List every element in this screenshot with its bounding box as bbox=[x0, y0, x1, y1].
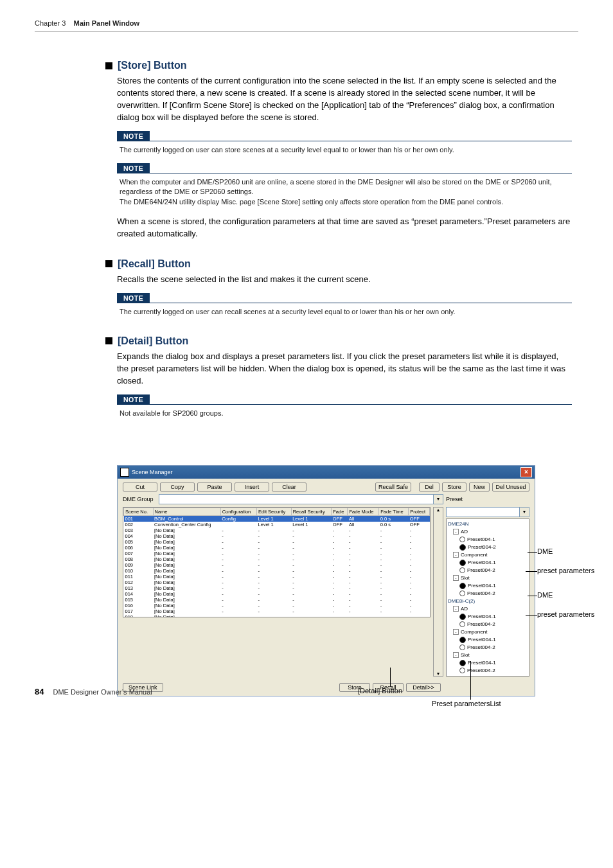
cell: - bbox=[348, 533, 379, 539]
paste-button[interactable]: Paste bbox=[197, 483, 232, 492]
detail-button-bottom[interactable]: Detail>> bbox=[406, 683, 441, 692]
cell: [No Data] bbox=[153, 556, 220, 562]
table-row[interactable]: 009[No Data]------- bbox=[124, 562, 430, 568]
col-fade-time[interactable]: Fade Time bbox=[379, 508, 409, 515]
cell: - bbox=[332, 608, 348, 614]
col-protect[interactable]: Protect bbox=[409, 508, 430, 515]
table-row[interactable]: 008[No Data]------- bbox=[124, 556, 430, 562]
cell: - bbox=[220, 551, 256, 556]
recall-note: NOTE The currently logged on user can re… bbox=[117, 293, 572, 317]
minus-box-icon[interactable]: - bbox=[453, 652, 459, 658]
table-row[interactable]: 010[No Data]------- bbox=[124, 568, 430, 574]
table-row[interactable]: 007[No Data]------- bbox=[124, 551, 430, 556]
radio-empty-icon[interactable] bbox=[459, 590, 465, 596]
col-recall-sec[interactable]: Recall Security bbox=[291, 508, 332, 515]
cell: OFF bbox=[409, 515, 430, 522]
tree-preset: Preset004-2 bbox=[448, 567, 528, 574]
table-scrollbar[interactable]: ▲ ▼ bbox=[433, 507, 443, 677]
table-row[interactable]: 011[No Data]------- bbox=[124, 574, 430, 580]
table-row[interactable]: 015[No Data]------- bbox=[124, 597, 430, 603]
store-button-tb[interactable]: Store bbox=[442, 483, 466, 492]
minus-box-icon[interactable]: - bbox=[453, 529, 459, 535]
note-divider bbox=[150, 140, 572, 141]
table-row[interactable]: 003[No Data]------- bbox=[124, 527, 430, 533]
table-row[interactable]: 014[No Data]------- bbox=[124, 591, 430, 597]
cell: - bbox=[379, 580, 409, 585]
radio-empty-icon[interactable] bbox=[459, 644, 465, 650]
table-row[interactable]: 013[No Data]------- bbox=[124, 585, 430, 591]
table-row[interactable]: 001BGM_ControlConfigLevel 1Level 1OFFAll… bbox=[124, 515, 430, 522]
col-fade-mode[interactable]: Fade Mode bbox=[348, 508, 379, 515]
radio-empty-icon[interactable] bbox=[459, 567, 465, 573]
copy-button[interactable]: Copy bbox=[160, 483, 195, 492]
scene-manager-figure: [Del] Button [Store] Button [New] Button… bbox=[117, 465, 567, 696]
store-heading-row: [Store] Button bbox=[105, 60, 572, 71]
del-button-tb[interactable]: Del bbox=[419, 483, 440, 492]
recall-safe-button[interactable]: Recall Safe bbox=[375, 483, 411, 492]
cut-button[interactable]: Cut bbox=[123, 483, 157, 492]
cell: - bbox=[220, 585, 256, 591]
table-row[interactable]: 017[No Data]------- bbox=[124, 608, 430, 614]
cell: - bbox=[257, 580, 292, 585]
minus-box-icon[interactable]: - bbox=[453, 575, 459, 581]
chevron-down-icon: ▼ bbox=[433, 495, 443, 504]
cell: Config bbox=[220, 515, 256, 522]
close-icon[interactable]: × bbox=[520, 467, 532, 477]
minus-box-icon[interactable]: - bbox=[453, 552, 459, 558]
col-name[interactable]: Name bbox=[153, 508, 220, 515]
radio-empty-icon[interactable] bbox=[459, 536, 465, 542]
scroll-up-icon[interactable]: ▲ bbox=[436, 508, 441, 512]
cell: - bbox=[291, 551, 332, 556]
insert-button[interactable]: Insert bbox=[235, 483, 269, 492]
radio-empty-icon[interactable] bbox=[459, 668, 465, 673]
new-button-tb[interactable]: New bbox=[469, 483, 490, 492]
table-row[interactable]: 012[No Data]------- bbox=[124, 580, 430, 585]
preset-tree[interactable]: DME24N -AD Preset004-1 Preset004-2 -Comp… bbox=[446, 518, 529, 677]
radio-filled-icon[interactable] bbox=[459, 544, 466, 551]
cell: - bbox=[220, 568, 256, 574]
recall-body: Recalls the scene selected in the list a… bbox=[117, 274, 572, 286]
radio-filled-icon[interactable] bbox=[459, 614, 466, 620]
cell: - bbox=[379, 545, 409, 551]
cell: - bbox=[257, 545, 292, 551]
dme-group-dropdown[interactable]: ▼ bbox=[159, 494, 443, 504]
minus-box-icon[interactable]: - bbox=[453, 606, 459, 612]
del-unused-button-tb[interactable]: Del Unused bbox=[492, 483, 529, 492]
clear-button[interactable]: Clear bbox=[272, 483, 306, 492]
preset-dropdown[interactable]: ▼ bbox=[446, 507, 529, 517]
radio-filled-icon[interactable] bbox=[459, 560, 466, 566]
col-edit-sec[interactable]: Edit Security bbox=[257, 508, 292, 515]
ann-pp-list: Preset parametersList bbox=[432, 700, 501, 707]
minus-box-icon[interactable]: - bbox=[453, 629, 459, 635]
table-row[interactable]: 016[No Data]------- bbox=[124, 603, 430, 608]
table-row[interactable]: 005[No Data]------- bbox=[124, 539, 430, 545]
cell: - bbox=[409, 580, 430, 585]
ann-dme-1: DME bbox=[537, 547, 553, 555]
scroll-down-icon[interactable]: ▼ bbox=[436, 671, 441, 676]
cell: - bbox=[257, 591, 292, 597]
radio-empty-icon[interactable] bbox=[459, 621, 465, 627]
tree-item-component: -Component bbox=[448, 551, 528, 559]
cell: - bbox=[409, 539, 430, 545]
radio-filled-icon[interactable] bbox=[459, 660, 466, 666]
table-row[interactable]: 004[No Data]------- bbox=[124, 533, 430, 539]
scene-table[interactable]: Scene No. Name Configuration Edit Securi… bbox=[123, 507, 431, 617]
table-row[interactable]: 006[No Data]------- bbox=[124, 545, 430, 551]
detail-heading: [Detail] Button bbox=[118, 335, 188, 347]
cell: Level 1 bbox=[291, 515, 332, 522]
table-row[interactable]: 018[No Data]------- bbox=[124, 614, 430, 617]
cell: - bbox=[379, 591, 409, 597]
dialog-titlebar: Scene Manager × bbox=[118, 466, 535, 479]
radio-filled-icon[interactable] bbox=[459, 583, 466, 589]
col-config[interactable]: Configuration bbox=[220, 508, 256, 515]
col-fade[interactable]: Fade bbox=[332, 508, 348, 515]
cell: 007 bbox=[124, 551, 154, 556]
col-scene-no[interactable]: Scene No. bbox=[124, 508, 154, 515]
cell: - bbox=[291, 568, 332, 574]
radio-filled-icon[interactable] bbox=[459, 637, 466, 643]
cell: [No Data] bbox=[153, 585, 220, 591]
cell: 015 bbox=[124, 597, 154, 603]
table-row[interactable]: 002Convention_Center ConfigLevel 1Level … bbox=[124, 522, 430, 527]
cell: 008 bbox=[124, 556, 154, 562]
tree-preset: Preset004-1 bbox=[448, 613, 528, 621]
